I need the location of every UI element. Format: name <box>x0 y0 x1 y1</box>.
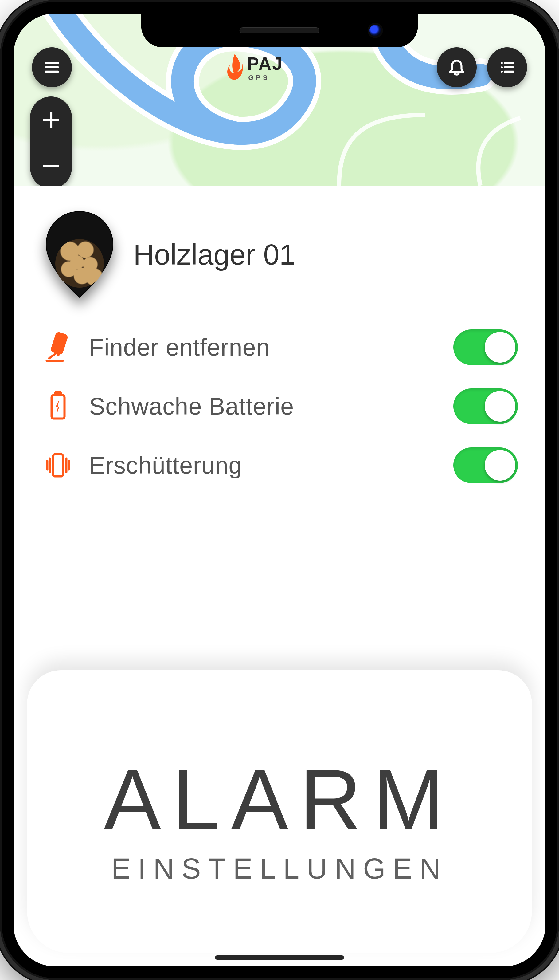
low-battery-icon <box>41 391 75 422</box>
menu-button[interactable] <box>32 47 72 87</box>
notifications-button[interactable] <box>437 47 477 87</box>
zoom-control: + − <box>30 96 72 185</box>
svg-point-7 <box>501 71 503 73</box>
screen: PAJ GPS <box>13 13 546 967</box>
home-indicator[interactable] <box>215 955 344 960</box>
brand-logo: PAJ GPS <box>225 53 283 82</box>
zoom-out-button[interactable]: − <box>41 149 61 182</box>
speaker-grill <box>240 27 319 33</box>
tracker-avatar-wood-logs <box>55 239 104 288</box>
alarm-row-low-battery: Schwache Batterie <box>41 380 518 439</box>
vibration-icon <box>41 450 75 481</box>
brand-name: PAJ <box>247 53 283 74</box>
zoom-in-button[interactable]: + <box>41 103 61 136</box>
alarm-label: Schwache Batterie <box>89 392 439 420</box>
tracker-title: Holzlager 01 <box>133 238 296 271</box>
alarm-label: Finder entfernen <box>89 333 439 361</box>
alarm-row-remove-finder: Finder entfernen <box>41 321 518 380</box>
bottom-sheet[interactable]: ALARM EINSTELLUNGEN <box>27 670 532 953</box>
tracker-pin[interactable] <box>44 210 115 299</box>
svg-point-3 <box>501 62 503 64</box>
svg-rect-11 <box>51 395 64 419</box>
bottom-subtitle: EINSTELLUNGEN <box>111 852 448 886</box>
flame-icon <box>225 53 244 81</box>
svg-rect-13 <box>53 454 63 476</box>
menu-icon <box>42 58 61 77</box>
alarm-settings-panel: Holzlager 01 Finder entfernen <box>13 185 546 498</box>
remove-finder-icon <box>41 332 75 363</box>
toggle-remove-finder[interactable] <box>453 329 518 365</box>
alarm-label: Erschütterung <box>89 452 439 479</box>
alarm-row-vibration: Erschütterung <box>41 439 518 498</box>
tracker-header: Holzlager 01 <box>41 210 518 299</box>
bell-icon <box>447 58 466 77</box>
top-bar: PAJ GPS <box>32 47 527 87</box>
bottom-title: ALARM <box>104 750 455 849</box>
svg-rect-12 <box>55 392 61 395</box>
list-button[interactable] <box>487 47 527 87</box>
front-camera <box>369 25 381 36</box>
svg-point-5 <box>501 66 503 68</box>
list-icon <box>498 58 517 77</box>
notch <box>141 13 418 47</box>
brand-sub: GPS <box>248 74 283 82</box>
toggle-low-battery[interactable] <box>453 389 518 424</box>
toggle-vibration[interactable] <box>453 447 518 483</box>
phone-frame: PAJ GPS <box>0 0 559 980</box>
